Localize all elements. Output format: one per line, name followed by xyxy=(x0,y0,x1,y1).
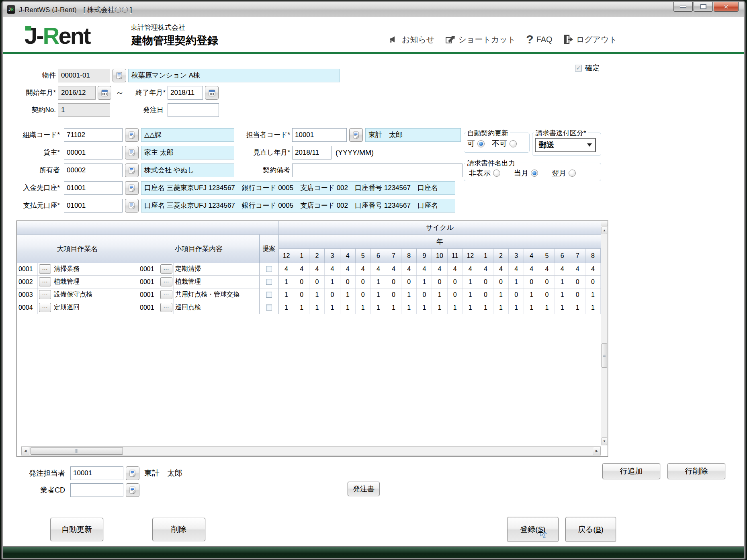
cycle-value-cell[interactable]: 1 xyxy=(309,288,325,301)
cycle-value-cell[interactable]: 0 xyxy=(294,276,309,288)
confirm-checkbox[interactable]: ✓ xyxy=(575,65,582,72)
cycle-value-cell[interactable]: 1 xyxy=(463,276,478,288)
cycle-value-cell[interactable]: 1 xyxy=(555,301,570,314)
cycle-value-cell[interactable]: 0 xyxy=(386,288,401,301)
major-code-cell[interactable]: 0002 xyxy=(17,276,38,288)
cycle-value-cell[interactable]: 1 xyxy=(417,276,432,288)
cycle-value-cell[interactable]: 1 xyxy=(371,288,386,301)
shortcut-link[interactable]: ショートカット xyxy=(445,34,516,45)
start-month-calendar-button[interactable] xyxy=(98,86,111,100)
proposal-checkbox[interactable] xyxy=(266,305,272,311)
news-link[interactable]: お知らせ xyxy=(389,34,434,45)
minor-code-cell[interactable]: 0001 xyxy=(138,301,159,314)
horizontal-scroll-track[interactable] xyxy=(29,447,593,455)
delete-button[interactable]: 削除 xyxy=(152,518,205,541)
cycle-value-cell[interactable]: 1 xyxy=(524,288,539,301)
maximize-button[interactable] xyxy=(694,2,713,12)
cycle-value-cell[interactable]: 1 xyxy=(371,276,386,288)
cycle-value-cell[interactable]: 1 xyxy=(279,301,294,314)
cycle-value-cell[interactable]: 4 xyxy=(325,263,340,275)
order-staff-lookup-button[interactable] xyxy=(126,466,139,480)
cycle-value-cell[interactable]: 4 xyxy=(509,263,524,275)
cycle-value-cell[interactable]: 1 xyxy=(509,276,524,288)
cycle-value-cell[interactable]: 4 xyxy=(570,263,585,275)
order-date-field[interactable] xyxy=(168,103,219,117)
major-code-cell[interactable]: 0004 xyxy=(17,301,38,314)
cycle-value-cell[interactable]: 0 xyxy=(524,276,539,288)
cycle-value-cell[interactable]: 4 xyxy=(279,263,294,275)
cycle-value-cell[interactable]: 0 xyxy=(570,276,585,288)
cycle-value-cell[interactable]: 1 xyxy=(401,288,417,301)
cycle-value-cell[interactable]: 1 xyxy=(417,301,432,314)
cycle-value-cell[interactable]: 1 xyxy=(325,276,340,288)
major-detail-button[interactable]: … xyxy=(39,264,51,274)
cycle-value-cell[interactable]: 1 xyxy=(585,288,601,301)
major-detail-button[interactable]: … xyxy=(39,277,51,286)
minor-detail-button[interactable]: … xyxy=(160,277,172,286)
invoice-subject-hide-option[interactable]: 非表示 xyxy=(469,168,500,178)
scroll-right-button[interactable]: ▶ xyxy=(593,447,601,455)
cycle-value-cell[interactable]: 1 xyxy=(386,301,401,314)
major-name-cell[interactable]: 定期巡回 xyxy=(52,301,138,314)
cycle-value-cell[interactable]: 0 xyxy=(493,276,509,288)
cycle-value-cell[interactable]: 1 xyxy=(493,288,509,301)
owner-lookup-button[interactable] xyxy=(125,164,139,177)
auto-update-button[interactable]: 自動更新 xyxy=(50,518,103,541)
order-staff-field[interactable] xyxy=(70,466,123,480)
lessor-lookup-button[interactable] xyxy=(125,146,139,159)
cycle-value-cell[interactable]: 1 xyxy=(279,276,294,288)
cycle-value-cell[interactable]: 1 xyxy=(432,288,447,301)
cycle-value-cell[interactable]: 0 xyxy=(401,276,417,288)
add-row-button[interactable]: 行追加 xyxy=(602,463,660,479)
order-sheet-button[interactable]: 発注書 xyxy=(348,482,380,496)
cycle-value-cell[interactable]: 4 xyxy=(371,263,386,275)
cycle-value-cell[interactable]: 0 xyxy=(539,276,555,288)
end-month-field[interactable] xyxy=(168,86,203,100)
vertical-scroll-thumb[interactable] xyxy=(602,343,607,368)
review-month-field[interactable] xyxy=(292,146,332,159)
cycle-value-cell[interactable]: 0 xyxy=(309,276,325,288)
cycle-value-cell[interactable]: 1 xyxy=(294,301,309,314)
cycle-value-cell[interactable]: 1 xyxy=(401,301,417,314)
invoice-subject-next-option[interactable]: 翌月 xyxy=(552,168,576,178)
deposit-lookup-button[interactable] xyxy=(125,181,139,195)
cycle-value-cell[interactable]: 1 xyxy=(585,301,601,314)
proposal-checkbox[interactable] xyxy=(266,292,272,298)
cycle-value-cell[interactable]: 0 xyxy=(417,288,432,301)
cycle-value-cell[interactable]: 1 xyxy=(356,301,371,314)
cycle-value-cell[interactable]: 4 xyxy=(294,263,309,275)
faq-link[interactable]: ? FAQ xyxy=(526,33,552,46)
close-button[interactable]: ✕ xyxy=(714,2,739,12)
vendor-cd-lookup-button[interactable] xyxy=(126,483,139,497)
cycle-value-cell[interactable]: 1 xyxy=(279,288,294,301)
cycle-value-cell[interactable]: 4 xyxy=(356,263,371,275)
delete-row-button[interactable]: 行削除 xyxy=(667,463,725,479)
auto-renew-no-option[interactable]: 不可 xyxy=(492,139,517,149)
major-code-cell[interactable]: 0003 xyxy=(17,288,38,301)
cycle-value-cell[interactable]: 1 xyxy=(463,288,478,301)
minor-name-cell[interactable]: 植栽管理 xyxy=(174,276,260,288)
cycle-value-cell[interactable]: 0 xyxy=(478,276,493,288)
minor-detail-button[interactable]: … xyxy=(160,303,172,312)
cycle-value-cell[interactable]: 4 xyxy=(478,263,493,275)
cycle-value-cell[interactable]: 0 xyxy=(356,276,371,288)
horizontal-scroll-thumb[interactable] xyxy=(31,447,123,455)
cycle-value-cell[interactable]: 0 xyxy=(386,276,401,288)
cycle-value-cell[interactable]: 1 xyxy=(493,301,509,314)
minor-code-cell[interactable]: 0001 xyxy=(138,288,159,301)
cycle-value-cell[interactable]: 0 xyxy=(478,288,493,301)
contract-note-field[interactable] xyxy=(292,164,463,177)
cycle-value-cell[interactable]: 1 xyxy=(463,301,478,314)
major-detail-button[interactable]: … xyxy=(39,290,51,299)
cycle-value-cell[interactable]: 4 xyxy=(386,263,401,275)
cycle-value-cell[interactable]: 0 xyxy=(570,288,585,301)
cycle-value-cell[interactable]: 0 xyxy=(585,276,601,288)
major-code-cell[interactable]: 0001 xyxy=(17,263,38,275)
cycle-value-cell[interactable]: 0 xyxy=(448,276,463,288)
cycle-value-cell[interactable]: 1 xyxy=(509,301,524,314)
cycle-value-cell[interactable]: 4 xyxy=(463,263,478,275)
cycle-value-cell[interactable]: 4 xyxy=(539,263,555,275)
major-name-cell[interactable]: 設備保守点検 xyxy=(52,288,138,301)
cycle-value-cell[interactable]: 4 xyxy=(493,263,509,275)
major-name-cell[interactable]: 植栽管理 xyxy=(52,276,138,288)
